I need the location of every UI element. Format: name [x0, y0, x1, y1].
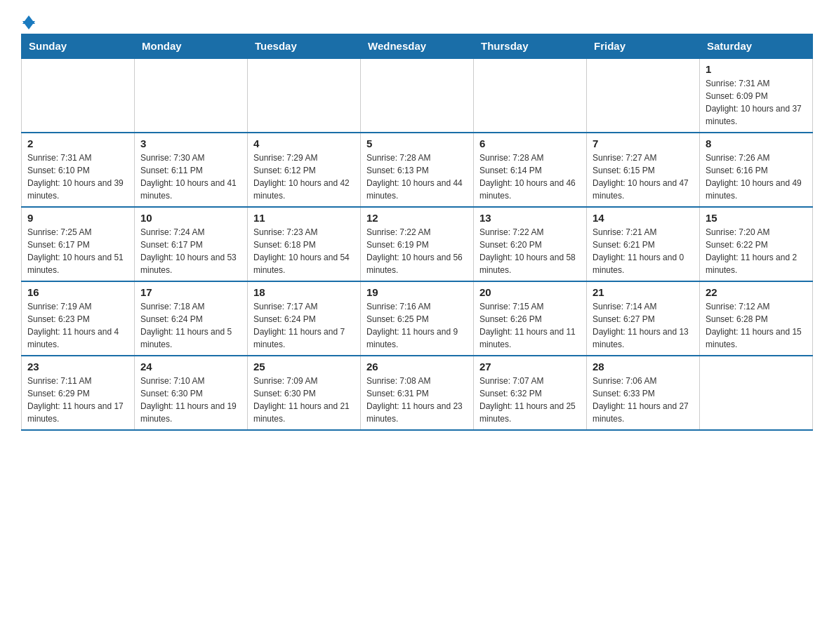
calendar-cell-3-6: 14Sunrise: 7:21 AMSunset: 6:21 PMDayligh… [587, 207, 700, 281]
day-info: Sunrise: 7:19 AMSunset: 6:23 PMDaylight:… [27, 300, 128, 351]
day-info: Sunrise: 7:28 AMSunset: 6:14 PMDaylight:… [479, 152, 581, 202]
day-info: Sunrise: 7:27 AMSunset: 6:15 PMDaylight:… [593, 152, 694, 202]
calendar-cell-2-5: 6Sunrise: 7:28 AMSunset: 6:14 PMDaylight… [474, 133, 587, 207]
calendar-cell-3-7: 15Sunrise: 7:20 AMSunset: 6:22 PMDayligh… [700, 207, 813, 281]
calendar-cell-4-2: 17Sunrise: 7:18 AMSunset: 6:24 PMDayligh… [135, 281, 248, 356]
weekday-header-row: SundayMondayTuesdayWednesdayThursdayFrid… [22, 34, 813, 59]
day-number: 7 [593, 137, 694, 149]
day-info: Sunrise: 7:08 AMSunset: 6:31 PMDaylight:… [366, 375, 468, 425]
day-info: Sunrise: 7:22 AMSunset: 6:20 PMDaylight:… [479, 226, 581, 276]
calendar-cell-5-5: 27Sunrise: 7:07 AMSunset: 6:32 PMDayligh… [474, 356, 587, 430]
weekday-header-monday: Monday [135, 34, 248, 59]
day-number: 14 [593, 212, 694, 224]
calendar-cell-4-4: 19Sunrise: 7:16 AMSunset: 6:25 PMDayligh… [361, 281, 474, 356]
weekday-header-sunday: Sunday [22, 34, 135, 59]
calendar-cell-1-2 [135, 58, 248, 133]
calendar-week-row-4: 16Sunrise: 7:19 AMSunset: 6:23 PMDayligh… [22, 281, 813, 356]
day-info: Sunrise: 7:22 AMSunset: 6:19 PMDaylight:… [366, 226, 468, 276]
day-number: 23 [27, 361, 128, 373]
calendar-cell-1-3 [248, 58, 361, 133]
day-number: 5 [366, 137, 468, 149]
weekday-header-wednesday: Wednesday [361, 34, 474, 59]
day-info: Sunrise: 7:20 AMSunset: 6:22 PMDaylight:… [706, 226, 807, 276]
day-number: 6 [479, 137, 581, 149]
calendar-cell-4-7: 22Sunrise: 7:12 AMSunset: 6:28 PMDayligh… [700, 281, 813, 356]
calendar-cell-5-4: 26Sunrise: 7:08 AMSunset: 6:31 PMDayligh… [361, 356, 474, 430]
calendar-cell-1-5 [474, 58, 587, 133]
day-number: 19 [366, 286, 468, 298]
day-info: Sunrise: 7:10 AMSunset: 6:30 PMDaylight:… [140, 375, 241, 425]
day-number: 10 [140, 212, 241, 224]
day-info: Sunrise: 7:31 AMSunset: 6:10 PMDaylight:… [27, 152, 128, 202]
day-number: 11 [253, 212, 355, 224]
day-info: Sunrise: 7:21 AMSunset: 6:21 PMDaylight:… [593, 226, 694, 276]
day-number: 2 [27, 137, 128, 149]
day-number: 25 [253, 361, 355, 373]
day-info: Sunrise: 7:15 AMSunset: 6:26 PMDaylight:… [479, 300, 581, 351]
calendar-cell-3-3: 11Sunrise: 7:23 AMSunset: 6:18 PMDayligh… [248, 207, 361, 281]
calendar-cell-5-2: 24Sunrise: 7:10 AMSunset: 6:30 PMDayligh… [135, 356, 248, 430]
day-number: 9 [27, 212, 128, 224]
calendar-cell-2-2: 3Sunrise: 7:30 AMSunset: 6:11 PMDaylight… [135, 133, 248, 207]
day-info: Sunrise: 7:18 AMSunset: 6:24 PMDaylight:… [140, 300, 241, 351]
calendar-cell-2-4: 5Sunrise: 7:28 AMSunset: 6:13 PMDaylight… [361, 133, 474, 207]
calendar-cell-3-1: 9Sunrise: 7:25 AMSunset: 6:17 PMDaylight… [22, 207, 135, 281]
day-number: 13 [479, 212, 581, 224]
weekday-header-tuesday: Tuesday [248, 34, 361, 59]
day-number: 4 [253, 137, 355, 149]
calendar-cell-2-7: 8Sunrise: 7:26 AMSunset: 6:16 PMDaylight… [700, 133, 813, 207]
calendar-cell-1-6 [587, 58, 700, 133]
day-info: Sunrise: 7:28 AMSunset: 6:13 PMDaylight:… [366, 152, 468, 202]
day-number: 12 [366, 212, 468, 224]
day-number: 21 [593, 286, 694, 298]
calendar-cell-3-4: 12Sunrise: 7:22 AMSunset: 6:19 PMDayligh… [361, 207, 474, 281]
calendar-cell-3-5: 13Sunrise: 7:22 AMSunset: 6:20 PMDayligh… [474, 207, 587, 281]
day-info: Sunrise: 7:23 AMSunset: 6:18 PMDaylight:… [253, 226, 355, 276]
day-number: 20 [479, 286, 581, 298]
day-info: Sunrise: 7:09 AMSunset: 6:30 PMDaylight:… [253, 375, 355, 425]
day-info: Sunrise: 7:25 AMSunset: 6:17 PMDaylight:… [27, 226, 128, 276]
weekday-header-friday: Friday [587, 34, 700, 59]
calendar-cell-2-6: 7Sunrise: 7:27 AMSunset: 6:15 PMDaylight… [587, 133, 700, 207]
calendar-table: SundayMondayTuesdayWednesdayThursdayFrid… [21, 34, 813, 431]
day-info: Sunrise: 7:07 AMSunset: 6:32 PMDaylight:… [479, 375, 581, 425]
calendar-week-row-1: 1Sunrise: 7:31 AMSunset: 6:09 PMDaylight… [22, 58, 813, 133]
calendar-cell-5-7 [700, 356, 813, 430]
calendar-cell-2-3: 4Sunrise: 7:29 AMSunset: 6:12 PMDaylight… [248, 133, 361, 207]
day-info: Sunrise: 7:31 AMSunset: 6:09 PMDaylight:… [706, 77, 807, 128]
day-number: 3 [140, 137, 241, 149]
weekday-header-thursday: Thursday [474, 34, 587, 59]
day-number: 22 [706, 286, 807, 298]
day-number: 18 [253, 286, 355, 298]
day-number: 28 [593, 361, 694, 373]
page-header [21, 14, 813, 27]
day-info: Sunrise: 7:12 AMSunset: 6:28 PMDaylight:… [706, 300, 807, 351]
calendar-cell-5-6: 28Sunrise: 7:06 AMSunset: 6:33 PMDayligh… [587, 356, 700, 430]
calendar-cell-1-4 [361, 58, 474, 133]
day-info: Sunrise: 7:16 AMSunset: 6:25 PMDaylight:… [366, 300, 468, 351]
day-number: 26 [366, 361, 468, 373]
calendar-week-row-5: 23Sunrise: 7:11 AMSunset: 6:29 PMDayligh… [22, 356, 813, 430]
day-number: 16 [27, 286, 128, 298]
day-info: Sunrise: 7:17 AMSunset: 6:24 PMDaylight:… [253, 300, 355, 351]
calendar-cell-5-3: 25Sunrise: 7:09 AMSunset: 6:30 PMDayligh… [248, 356, 361, 430]
day-number: 15 [706, 212, 807, 224]
day-number: 27 [479, 361, 581, 373]
calendar-cell-4-5: 20Sunrise: 7:15 AMSunset: 6:26 PMDayligh… [474, 281, 587, 356]
logo [21, 14, 35, 27]
calendar-week-row-3: 9Sunrise: 7:25 AMSunset: 6:17 PMDaylight… [22, 207, 813, 281]
calendar-cell-1-1 [22, 58, 135, 133]
day-number: 1 [706, 63, 807, 75]
calendar-cell-4-3: 18Sunrise: 7:17 AMSunset: 6:24 PMDayligh… [248, 281, 361, 356]
day-info: Sunrise: 7:26 AMSunset: 6:16 PMDaylight:… [706, 152, 807, 202]
calendar-cell-5-1: 23Sunrise: 7:11 AMSunset: 6:29 PMDayligh… [22, 356, 135, 430]
day-number: 24 [140, 361, 241, 373]
calendar-week-row-2: 2Sunrise: 7:31 AMSunset: 6:10 PMDaylight… [22, 133, 813, 207]
day-number: 8 [706, 137, 807, 149]
day-number: 17 [140, 286, 241, 298]
day-info: Sunrise: 7:30 AMSunset: 6:11 PMDaylight:… [140, 152, 241, 202]
weekday-header-saturday: Saturday [700, 34, 813, 59]
day-info: Sunrise: 7:14 AMSunset: 6:27 PMDaylight:… [593, 300, 694, 351]
day-info: Sunrise: 7:11 AMSunset: 6:29 PMDaylight:… [27, 375, 128, 425]
calendar-cell-4-1: 16Sunrise: 7:19 AMSunset: 6:23 PMDayligh… [22, 281, 135, 356]
